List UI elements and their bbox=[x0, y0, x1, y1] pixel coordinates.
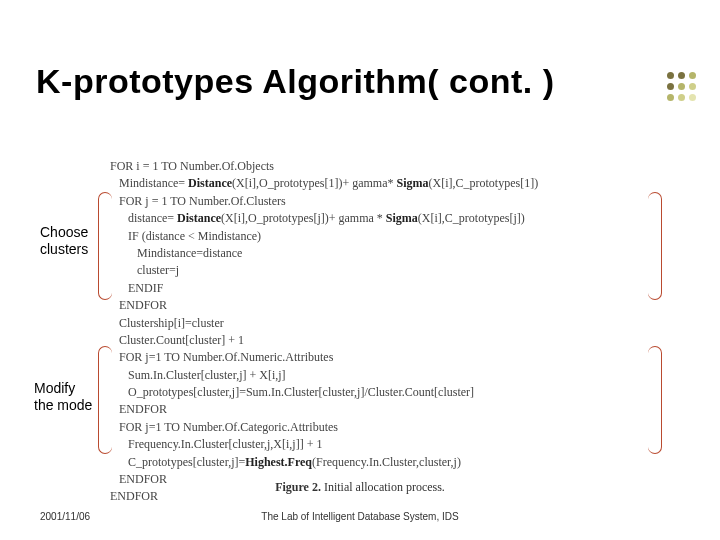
dot-icon bbox=[689, 72, 696, 79]
bracket-left-choose bbox=[98, 192, 112, 300]
corner-dots-decoration bbox=[667, 72, 696, 105]
dot-icon bbox=[667, 83, 674, 90]
pseudocode-block: FOR i = 1 TO Number.Of.Objects Mindistan… bbox=[110, 158, 538, 506]
bracket-left-modify bbox=[98, 346, 112, 454]
dot-icon bbox=[678, 72, 685, 79]
dot-icon bbox=[667, 94, 674, 101]
label-modify-mode: Modify the mode bbox=[34, 380, 92, 414]
slide-title: K-prototypes Algorithm( cont. ) bbox=[36, 62, 555, 101]
dot-icon bbox=[678, 83, 685, 90]
bracket-right-lower bbox=[648, 346, 662, 454]
dot-icon bbox=[678, 94, 685, 101]
footer-lab: The Lab of Intelligent Database System, … bbox=[0, 511, 720, 522]
label-choose-clusters: Choose clusters bbox=[40, 224, 88, 258]
dot-icon bbox=[667, 72, 674, 79]
dot-icon bbox=[689, 83, 696, 90]
dot-icon bbox=[689, 94, 696, 101]
figure-caption: Figure 2. Initial allocation process. bbox=[0, 480, 720, 495]
bracket-right-upper bbox=[648, 192, 662, 300]
